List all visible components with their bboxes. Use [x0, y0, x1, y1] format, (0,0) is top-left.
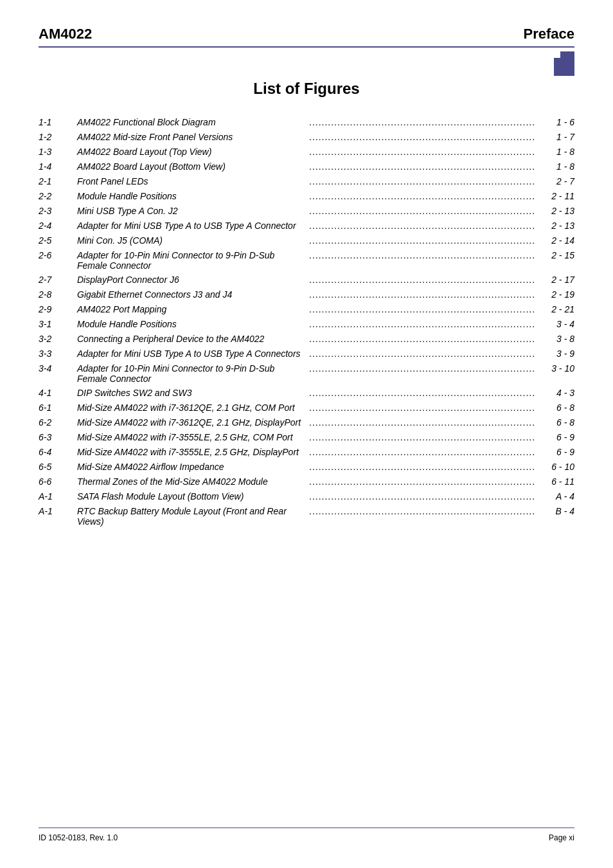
figure-title: Module Handle Positions	[77, 191, 309, 201]
figure-row: 3-3Adapter for Mini USB Type A to USB Ty…	[39, 348, 574, 359]
figure-page: 2 - 11	[536, 191, 574, 201]
figure-dots	[309, 250, 536, 261]
figure-dots	[309, 447, 536, 458]
figure-page: 1 - 6	[536, 117, 574, 127]
figure-number: 1-3	[39, 147, 77, 157]
figure-dots	[309, 476, 536, 487]
figure-dots	[309, 132, 536, 143]
figure-number: 2-2	[39, 191, 77, 201]
figure-row: 1-2AM4022 Mid-size Front Panel Versions …	[39, 132, 574, 143]
figure-number: 6-4	[39, 447, 77, 457]
figure-row: 3-1Module Handle Positions 3 - 4	[39, 319, 574, 330]
figure-page: 3 - 10	[536, 363, 574, 374]
figure-row: 6-2Mid-Size AM4022 with i7-3612QE, 2.1 G…	[39, 417, 574, 428]
figure-title: Thermal Zones of the Mid-Size AM4022 Mod…	[77, 476, 309, 487]
figure-number: 6-2	[39, 417, 77, 428]
page-container: AM4022 Preface List of Figures 1-1AM4022…	[0, 0, 613, 868]
figure-page: 3 - 8	[536, 334, 574, 344]
figure-title: Adapter for Mini USB Type A to USB Type …	[77, 348, 309, 359]
figure-row: 6-3Mid-Size AM4022 with i7-3555LE, 2.5 G…	[39, 432, 574, 443]
figure-title: Gigabit Ethernet Connectors J3 and J4	[77, 289, 309, 300]
figure-dots	[309, 388, 536, 399]
figures-table: 1-1AM4022 Functional Block Diagram 1 - 6…	[39, 117, 574, 527]
figure-row: 3-4Adapter for 10-Pin Mini Connector to …	[39, 363, 574, 384]
figure-dots	[309, 363, 536, 374]
figure-dots	[309, 462, 536, 473]
figure-page: 2 - 19	[536, 289, 574, 300]
figure-number: A-1	[39, 506, 77, 516]
figure-title: RTC Backup Battery Module Layout (Front …	[77, 506, 309, 527]
figure-row: 2-4Adapter for Mini USB Type A to USB Ty…	[39, 221, 574, 231]
figure-title: Connecting a Peripheral Device to the AM…	[77, 334, 309, 344]
header-doc-number: AM4022	[39, 26, 92, 42]
header: AM4022 Preface	[39, 26, 574, 42]
figure-page: 1 - 8	[536, 161, 574, 172]
figure-page: 6 - 10	[536, 462, 574, 472]
figure-title: Adapter for 10-Pin Mini Connector to 9-P…	[77, 363, 309, 384]
footer-divider	[39, 827, 574, 828]
figure-number: 1-2	[39, 132, 77, 142]
figure-row: 2-1Front Panel LEDs 2 - 7	[39, 176, 574, 187]
figure-page: 2 - 17	[536, 275, 574, 285]
figure-page: 6 - 8	[536, 417, 574, 428]
figure-page: 2 - 13	[536, 206, 574, 216]
figure-row: 6-1Mid-Size AM4022 with i7-3612QE, 2.1 G…	[39, 402, 574, 413]
figure-number: 6-3	[39, 432, 77, 442]
figure-dots	[309, 319, 536, 330]
figure-dots	[309, 348, 536, 359]
figure-row: 2-6Adapter for 10-Pin Mini Connector to …	[39, 250, 574, 271]
figure-number: 2-5	[39, 235, 77, 246]
figure-title: Mini USB Type A Con. J2	[77, 206, 309, 216]
figure-dots	[309, 161, 536, 172]
figure-number: A-1	[39, 491, 77, 502]
figure-row: 6-6Thermal Zones of the Mid-Size AM4022 …	[39, 476, 574, 487]
figure-title: Mini Con. J5 (COMA)	[77, 235, 309, 246]
figure-dots	[309, 402, 536, 413]
figure-number: 3-4	[39, 363, 77, 374]
figure-page: 6 - 8	[536, 402, 574, 413]
figure-title: Mid-Size AM4022 with i7-3612QE, 2.1 GHz,…	[77, 402, 309, 413]
header-divider	[39, 46, 574, 48]
figure-row: 2-7DisplayPort Connector J6 2 - 17	[39, 275, 574, 285]
figure-page: 3 - 9	[536, 348, 574, 359]
figure-page: 6 - 9	[536, 432, 574, 442]
header-section: Preface	[523, 26, 574, 42]
figure-title: Adapter for 10-Pin Mini Connector to 9-P…	[77, 250, 309, 271]
figure-title: DisplayPort Connector J6	[77, 275, 309, 285]
figure-page: 2 - 15	[536, 250, 574, 260]
figure-title: Mid-Size AM4022 with i7-3555LE, 2.5 GHz,…	[77, 447, 309, 457]
figure-page: B - 4	[536, 506, 574, 516]
figure-number: 4-1	[39, 388, 77, 398]
figure-page: 1 - 8	[536, 147, 574, 157]
figure-dots	[309, 432, 536, 443]
figure-title: AM4022 Board Layout (Top View)	[77, 147, 309, 157]
figure-row: 3-2Connecting a Peripheral Device to the…	[39, 334, 574, 345]
figure-page: 6 - 9	[536, 447, 574, 457]
figure-dots	[309, 117, 536, 128]
figure-page: 3 - 4	[536, 319, 574, 329]
figure-dots	[309, 191, 536, 202]
figure-title: DIP Switches SW2 and SW3	[77, 388, 309, 398]
figure-title: Mid-Size AM4022 with i7-3555LE, 2.5 GHz,…	[77, 432, 309, 442]
figure-dots	[309, 206, 536, 217]
figure-title: Mid-Size AM4022 Airflow Impedance	[77, 462, 309, 472]
figure-title: AM4022 Functional Block Diagram	[77, 117, 309, 127]
figure-number: 3-1	[39, 319, 77, 329]
figure-number: 2-7	[39, 275, 77, 285]
figure-number: 2-8	[39, 289, 77, 300]
figure-row: A-1SATA Flash Module Layout (Bottom View…	[39, 491, 574, 502]
figure-row: 6-4Mid-Size AM4022 with i7-3555LE, 2.5 G…	[39, 447, 574, 458]
figure-title: AM4022 Mid-size Front Panel Versions	[77, 132, 309, 142]
figure-row: 2-9AM4022 Port Mapping 2 - 21	[39, 304, 574, 315]
figure-dots	[309, 275, 536, 285]
figure-row: 2-3Mini USB Type A Con. J2 2 - 13	[39, 206, 574, 217]
figure-title: Module Handle Positions	[77, 319, 309, 329]
svg-rect-1	[554, 51, 560, 58]
figure-dots	[309, 221, 536, 231]
figure-number: 6-5	[39, 462, 77, 472]
figure-number: 2-9	[39, 304, 77, 314]
figure-row: 2-5Mini Con. J5 (COMA) 2 - 14	[39, 235, 574, 246]
figure-dots	[309, 176, 536, 187]
figure-dots	[309, 506, 536, 517]
figure-page: 1 - 7	[536, 132, 574, 142]
